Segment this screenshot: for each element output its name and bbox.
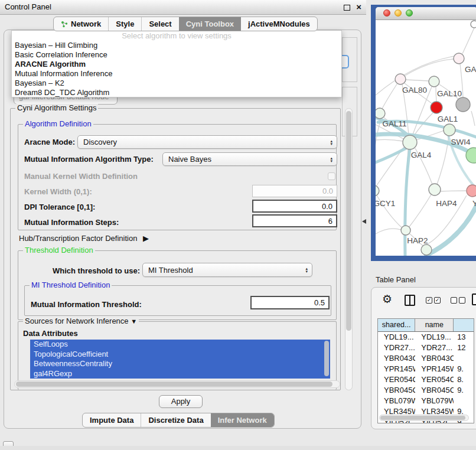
expander-down-arrow-icon[interactable]: ▼ <box>131 318 137 325</box>
settings-horizontal-scrollbar[interactable] <box>14 380 340 388</box>
data-attributes-list[interactable]: SelfLoops TopologicalCoefficient Between… <box>30 340 330 379</box>
column-header-name[interactable]: name <box>415 319 454 331</box>
manual-kernel-checkbox[interactable] <box>328 172 335 180</box>
cell-shared: YBR045C <box>378 385 415 396</box>
close-icon[interactable]: × <box>356 1 361 13</box>
table-panel: ⚙ ✓✓ shared... name YDL19... YDL19... 13… <box>371 287 476 429</box>
data-attributes-label: Data Attributes <box>23 329 78 338</box>
list-item[interactable]: TopologicalCoefficient <box>30 350 330 360</box>
network-window[interactable]: GAL GAL80 GAL10 GAL1 GAL11 SWI4 GAL4 GCY… <box>376 7 476 256</box>
list-item[interactable]: SelfLoops <box>30 340 330 350</box>
table-horizontal-scrollbar[interactable] <box>379 415 469 421</box>
control-panel-tabbar: Network Style Select Cyni Toolbox jActiv… <box>53 17 318 31</box>
mi-steps-field[interactable]: 6 <box>252 214 337 227</box>
which-threshold-label: Which threshold to use: <box>53 266 140 275</box>
which-threshold-select[interactable]: MI Threshold ▴▾ <box>142 263 312 277</box>
table-row[interactable]: YDL19... YDL19... 13 <box>378 332 474 343</box>
network-window-titlebar[interactable] <box>376 7 476 20</box>
node[interactable] <box>471 21 476 28</box>
tab-cyni-toolbox[interactable]: Cyni Toolbox <box>179 17 241 31</box>
kernel-width-label: Kernel Width (0,1): <box>24 187 92 196</box>
node-gal4[interactable] <box>403 135 417 149</box>
threshold-definition-title: Threshold Definition <box>23 246 95 255</box>
table-row[interactable]: YBL079W YBL079W <box>378 396 474 406</box>
settings-gear-icon[interactable]: ⚙ <box>382 294 392 305</box>
sources-title-text: Sources for Network Inference <box>25 317 129 325</box>
tab-style[interactable]: Style <box>108 17 141 31</box>
node-salmon[interactable] <box>467 185 476 197</box>
dropdown-item[interactable]: Basic Correlation Inference <box>12 50 341 60</box>
cell-value: 8. <box>454 374 474 385</box>
tab-discretize-data[interactable]: Discretize Data <box>141 413 210 427</box>
node-hap2[interactable] <box>401 226 410 235</box>
cell-name: YBL079W <box>415 396 454 406</box>
node-gal1[interactable] <box>444 124 455 136</box>
node-gal80[interactable] <box>395 74 406 84</box>
apply-button[interactable]: Apply <box>159 395 203 408</box>
cell-name: YDR27... <box>415 343 454 353</box>
node-label: Y <box>472 199 476 208</box>
document-icon-fragment[interactable] <box>472 294 476 305</box>
dpi-tolerance-field[interactable]: 0.0 <box>252 200 337 213</box>
table-row[interactable]: YBR045C YBR045C 9. <box>378 385 474 396</box>
mi-threshold-field[interactable]: 0.5 <box>250 296 330 309</box>
table-row[interactable]: YBR043C YBR043C <box>378 353 474 364</box>
node-hap4[interactable] <box>429 184 441 195</box>
column-header-partial[interactable] <box>454 319 474 331</box>
node-label: GCY1 <box>376 199 395 208</box>
cell-value: 13 <box>454 332 474 343</box>
mi-threshold-label: Mutual Information Threshold: <box>31 300 142 309</box>
table-row[interactable]: YPR145W YPR145W 9. <box>378 364 474 374</box>
tab-infer-network[interactable]: Infer Network <box>211 413 274 427</box>
node-gcy1[interactable] <box>376 185 379 196</box>
mac-close-button[interactable] <box>383 9 390 17</box>
node-bottom[interactable] <box>421 244 432 255</box>
node-gray[interactable] <box>456 97 470 112</box>
list-scrollbar-thumb[interactable] <box>324 341 329 376</box>
node-gal1-red[interactable] <box>431 102 442 113</box>
list-item[interactable]: gal4RGexp <box>30 369 330 379</box>
aracne-mode-select[interactable]: Discovery ▴▾ <box>77 135 337 149</box>
table-header-row: shared... name <box>378 319 474 332</box>
mac-minimize-button[interactable] <box>395 9 402 17</box>
deselect-all-icon[interactable] <box>451 297 467 308</box>
tab-select[interactable]: Select <box>141 17 178 31</box>
hub-tf-expander[interactable]: Hub/Transcription Factor Definition ▶ <box>19 234 149 243</box>
mac-zoom-button[interactable] <box>406 9 413 17</box>
dropdown-item-selected[interactable]: ARACNE Algorithm <box>12 60 341 69</box>
network-graph[interactable]: GAL GAL80 GAL10 GAL1 GAL11 SWI4 GAL4 GCY… <box>376 19 476 256</box>
node-label: GAL4 <box>411 151 432 159</box>
dropdown-item[interactable]: Bayesian – Hill Climbing <box>12 41 341 50</box>
algorithm-definition-title: Algorithm Definition <box>23 120 93 128</box>
dropdown-item[interactable]: Dream8 DC_TDC Algorithm <box>12 88 341 97</box>
tab-network[interactable]: Network <box>54 17 108 31</box>
expander-right-arrow-icon[interactable]: ▶ <box>143 234 149 243</box>
tab-impute-data[interactable]: Impute Data <box>83 413 141 427</box>
dropdown-item[interactable]: Mutual Information Inference <box>12 69 341 79</box>
cell-name: YPR145W <box>415 364 454 374</box>
manual-kernel-label: Manual Kernel Width Definition <box>24 172 138 181</box>
table-row[interactable]: YDR27... YDR27... 12 <box>378 343 474 353</box>
cyni-algorithm-settings-group: Cyni Algorithm Settings Algorithm Defini… <box>10 108 341 390</box>
list-item[interactable]: BetweennessCentrality <box>30 359 330 369</box>
table-row[interactable]: YER054C YER054C 8. <box>378 374 474 385</box>
cell-name: YDL19... <box>415 332 454 343</box>
node-gal10[interactable] <box>429 76 439 87</box>
kernel-width-field[interactable]: 0.0 <box>252 185 337 197</box>
tab-jactivemnodules[interactable]: jActiveMNodules <box>241 17 317 31</box>
select-all-icon[interactable]: ✓✓ <box>426 297 442 308</box>
column-header-shared[interactable]: shared... <box>378 319 415 331</box>
settings-horizontal-thumb[interactable] <box>16 381 332 387</box>
dropdown-item[interactable]: Bayesian – K2 <box>12 79 341 88</box>
node-gal11[interactable] <box>376 108 385 119</box>
list-scrollbar[interactable] <box>324 341 330 377</box>
column-layout-icon[interactable] <box>405 295 415 306</box>
control-panel-titlebar[interactable]: Control Panel × <box>0 0 366 15</box>
node-gal-partial[interactable] <box>454 53 464 64</box>
table-horizontal-thumb[interactable] <box>380 416 465 420</box>
dpi-tolerance-label: DPI Tolerance [0,1]: <box>24 203 95 211</box>
settings-vertical-scrollbar[interactable] <box>345 108 353 390</box>
settings-vertical-thumb[interactable] <box>346 111 351 331</box>
float-window-icon[interactable] <box>344 5 350 11</box>
mi-type-select[interactable]: Naive Bayes ▴▾ <box>162 152 337 166</box>
